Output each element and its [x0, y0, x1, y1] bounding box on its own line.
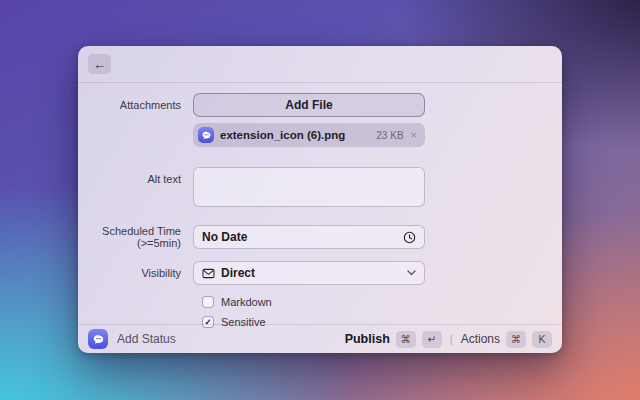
compose-details-dialog: ← Attachments Add File: [78, 46, 562, 353]
footer-actions-group: Publish ⌘ ↵ | Actions ⌘ K: [345, 331, 552, 348]
attachments-row: Attachments Add File: [78, 93, 562, 117]
attachment-file-name: extension_icon (6).png: [220, 129, 345, 141]
actions-button[interactable]: Actions: [461, 332, 500, 346]
command-key-icon: ⌘: [506, 331, 526, 348]
back-arrow-icon: ←: [93, 57, 106, 72]
return-key-icon: ↵: [422, 331, 442, 348]
dialog-footer: Add Status Publish ⌘ ↵ | Actions ⌘ K: [78, 324, 562, 353]
envelope-icon: [202, 268, 215, 279]
alt-text-input[interactable]: [193, 167, 425, 207]
scheduled-time-field[interactable]: No Date: [193, 225, 425, 249]
visibility-value: Direct: [221, 266, 255, 280]
back-button[interactable]: ←: [88, 54, 111, 74]
remove-attachment-icon[interactable]: ×: [411, 129, 417, 141]
attachments-label: Attachments: [78, 99, 193, 111]
chevron-down-icon: [407, 270, 416, 276]
add-file-label: Add File: [285, 98, 332, 112]
visibility-row: Visibility Direct: [78, 261, 562, 285]
k-key-icon: K: [532, 331, 552, 348]
visibility-label: Visibility: [78, 267, 193, 279]
scheduled-time-row: Scheduled Time (>=5min) No Date: [78, 225, 562, 249]
dialog-header: ←: [78, 46, 562, 83]
footer-divider: |: [450, 333, 453, 345]
markdown-checkbox[interactable]: [202, 296, 214, 308]
add-status-label: Add Status: [117, 332, 176, 346]
app-bubble-icon: [88, 329, 108, 349]
clock-icon: [403, 231, 416, 244]
alt-text-label: Alt text: [78, 167, 193, 185]
scheduled-time-label: Scheduled Time (>=5min): [78, 225, 193, 249]
attachment-chip-row: extension_icon (6).png 23 KB ×: [78, 123, 562, 147]
visibility-select[interactable]: Direct: [193, 261, 425, 285]
alt-text-row: Alt text: [78, 167, 562, 211]
markdown-label: Markdown: [221, 296, 272, 308]
command-key-icon: ⌘: [396, 331, 416, 348]
attachment-file-chip[interactable]: extension_icon (6).png 23 KB ×: [193, 123, 425, 147]
markdown-checkbox-row: Markdown: [202, 294, 562, 310]
add-file-button[interactable]: Add File: [193, 93, 425, 117]
publish-button[interactable]: Publish: [345, 332, 390, 346]
file-type-app-icon: [198, 127, 214, 143]
desktop-wallpaper: { "window": { "header": { "back_icon": "…: [0, 0, 640, 400]
attachment-file-size: 23 KB: [376, 130, 403, 141]
dialog-body: Attachments Add File extension_icon: [78, 83, 562, 330]
scheduled-time-value: No Date: [202, 230, 247, 244]
